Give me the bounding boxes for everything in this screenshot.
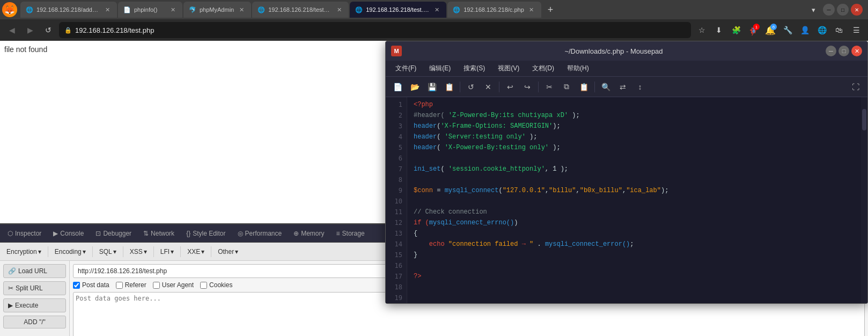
load-url-button[interactable]: 🔗 Load URL	[3, 264, 66, 278]
tab-4-close[interactable]: ✕	[335, 5, 343, 14]
tab-1-close[interactable]: ✕	[103, 5, 112, 14]
devtools-tab-inspector[interactable]: ⬡ Inspector	[2, 225, 47, 242]
download-button[interactable]: ⬇	[711, 23, 726, 38]
hackbar-menu-lfi[interactable]: LFI ▾	[156, 246, 178, 258]
devtools-tab-network[interactable]: ⇅ Network	[138, 225, 180, 242]
window-maximize-button[interactable]: □	[837, 4, 849, 16]
extension2-button[interactable]: 🔧	[780, 23, 795, 38]
cookies-checkbox-label[interactable]: Cookies	[200, 281, 232, 289]
mousepad-menu-help[interactable]: 帮助(H)	[562, 62, 594, 75]
post-data-checkbox[interactable]	[73, 282, 80, 289]
window-close-button[interactable]: ✕	[851, 4, 863, 16]
tab-3-title: phpMyAdmin	[200, 6, 234, 13]
extension-button[interactable]: 🧩	[729, 23, 744, 38]
code-line-2: #header( 'Z-Powered-By:its chutiyapa xD'…	[414, 110, 855, 121]
replace-button[interactable]: ⇄	[615, 79, 630, 94]
mousepad-menu-edit[interactable]: 编辑(E)	[424, 62, 456, 75]
devtools-tab-performance[interactable]: ◎ Performance	[232, 225, 288, 242]
menu-button[interactable]: ☰	[849, 23, 864, 38]
code-content[interactable]: <?php #header( 'Z-Powered-By:its chutiya…	[407, 97, 861, 303]
open-file-button[interactable]: 📂	[407, 79, 422, 94]
mousepad-maximize-button[interactable]: □	[838, 46, 849, 56]
mousepad-close-button[interactable]: ✕	[851, 46, 862, 56]
execute-button[interactable]: ▶ Execute	[3, 298, 66, 312]
browser-tab-2[interactable]: 📄 phpinfo() ✕	[118, 2, 182, 18]
scroll-thumb[interactable]	[862, 109, 866, 130]
mousepad-menu-search[interactable]: 搜索(S)	[458, 62, 490, 75]
close-file-button[interactable]: ✕	[481, 79, 496, 94]
hackbar-menu-encryption[interactable]: Encryption ▾	[2, 246, 46, 258]
user-agent-checkbox[interactable]	[153, 282, 160, 289]
hackbar-menu-other[interactable]: Other ▾	[214, 246, 242, 258]
tab-6-close[interactable]: ✕	[527, 5, 536, 14]
tab-5-close[interactable]: ✕	[432, 5, 441, 14]
reload-button[interactable]: ↺	[41, 23, 56, 38]
cut-button[interactable]: ✂	[542, 79, 557, 94]
post-data-checkbox-label[interactable]: Post data	[73, 281, 109, 289]
new-file-button[interactable]: 📄	[390, 79, 405, 94]
shopping-button[interactable]: 🛍	[832, 23, 847, 38]
sql-label: SQL	[99, 248, 112, 255]
add-slash-button[interactable]: ADD "/"	[3, 316, 66, 328]
mousepad-logo: M	[391, 46, 402, 56]
performance-label: Performance	[245, 230, 282, 237]
undo-button[interactable]: ↩	[503, 79, 518, 94]
back-button[interactable]: ◀	[4, 23, 19, 38]
bookmark-button[interactable]: ☆	[694, 23, 709, 38]
window-controls: ─ □ ✕	[820, 4, 866, 16]
copy-button[interactable]: ⧉	[559, 79, 574, 94]
devtools-tab-storage[interactable]: ≡ Storage	[331, 225, 370, 242]
divider-6	[211, 246, 211, 257]
mousepad-editor[interactable]: 12345 678910 1112131415 16171819 <?php #…	[386, 97, 867, 303]
tab-6-title: 192.168.126.218/c.php	[464, 6, 524, 13]
address-bar: ◀ ▶ ↺ 🔒 192.168.126.218/test.php ☆ ⬇ 🧩 🦸…	[0, 19, 868, 41]
mousepad-scrollbar[interactable]	[861, 97, 867, 303]
window-minimize-button[interactable]: ─	[823, 4, 835, 16]
tab-2-close[interactable]: ✕	[168, 5, 177, 14]
reload-button[interactable]: ↺	[464, 79, 479, 94]
redo-button[interactable]: ↪	[520, 79, 535, 94]
paste-button[interactable]: 📋	[576, 79, 591, 94]
devtools-tab-console[interactable]: ▶ Console	[48, 225, 89, 242]
browser-tab-3[interactable]: 🐬 phpMyAdmin ✕	[183, 2, 251, 18]
forward-button[interactable]: ▶	[23, 23, 38, 38]
referer-checkbox-label[interactable]: Referer	[116, 281, 146, 289]
new-tab-button[interactable]: +	[542, 4, 559, 16]
load-url-label: Load URL	[18, 267, 47, 275]
referer-checkbox[interactable]	[116, 282, 123, 289]
notifications-button[interactable]: 🔔 6	[763, 23, 778, 38]
tab-3-close[interactable]: ✕	[237, 5, 246, 14]
notification-badge: 6	[770, 24, 777, 30]
avatar-badge: 1	[753, 24, 760, 30]
devtools-tab-style-editor[interactable]: {} Style Editor	[181, 225, 231, 242]
mousepad-minimize-button[interactable]: ─	[826, 46, 836, 56]
sync-button[interactable]: 🌐	[814, 23, 829, 38]
browser-tab-4[interactable]: 🌐 192.168.126.218/test?file=wh… ✕	[252, 2, 349, 18]
browser-tab-1[interactable]: 🌐 192.168.126.218/add.php ✕	[20, 2, 117, 18]
hackbar-menu-xss[interactable]: XSS ▾	[126, 246, 151, 258]
save-button[interactable]: 💾	[424, 79, 439, 94]
url-bar[interactable]: 🔒 192.168.126.218/test.php	[59, 22, 691, 38]
mousepad-menu-file[interactable]: 文件(F)	[390, 62, 422, 75]
mousepad-menu-view[interactable]: 视图(V)	[492, 62, 525, 75]
split-url-button[interactable]: ✂ Split URL	[3, 281, 66, 295]
hackbar-menu-sql[interactable]: SQL ▾	[95, 246, 121, 258]
user-agent-checkbox-label[interactable]: User Agent	[153, 281, 194, 289]
cookies-checkbox[interactable]	[200, 282, 207, 289]
save-as-button[interactable]: 📋	[442, 79, 457, 94]
mousepad-menu-document[interactable]: 文档(D)	[527, 62, 560, 75]
hackbar-menu-encoding[interactable]: Encoding ▾	[50, 246, 90, 258]
devtools-tab-debugger[interactable]: ⊡ Debugger	[90, 225, 137, 242]
account-button[interactable]: 👤	[797, 23, 812, 38]
code-line-12: if (mysqli_connect_errno())	[414, 217, 855, 228]
find-button[interactable]: 🔍	[598, 79, 613, 94]
browser-tab-5[interactable]: 🌐 192.168.126.218/test.php ✕	[350, 2, 446, 18]
devtools-tab-memory[interactable]: ⊕ Memory	[288, 225, 329, 242]
avatar-icon[interactable]: 🦸 1	[746, 23, 761, 38]
fullscreen-button[interactable]: ⛶	[848, 79, 863, 94]
goto-line-button[interactable]: ↕	[632, 79, 648, 94]
tab-1-title: 192.168.126.218/add.php	[36, 6, 100, 13]
tab-list-button[interactable]: ▾	[808, 6, 819, 14]
browser-tab-6[interactable]: 🌐 192.168.126.218/c.php ✕	[447, 2, 541, 18]
hackbar-menu-xxe[interactable]: XXE ▾	[183, 246, 209, 258]
